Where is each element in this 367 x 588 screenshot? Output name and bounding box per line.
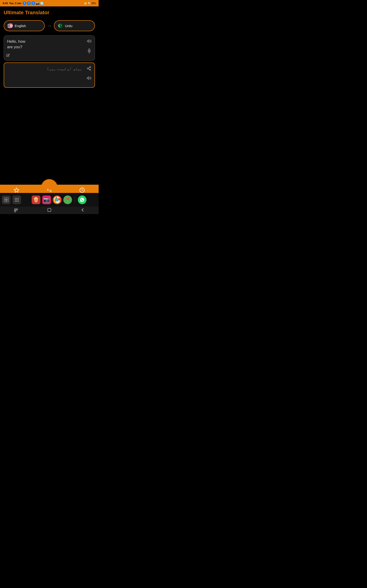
svg-marker-35 <box>87 77 89 79</box>
battery-text: 20% <box>91 2 96 5</box>
svg-point-14 <box>8 25 8 25</box>
status-bar: 9:42 Tue, 3 Jan f f f 📷 🔄 📶 📡 20% <box>0 0 99 6</box>
svg-point-9 <box>8 24 9 25</box>
output-share-button[interactable] <box>86 65 92 72</box>
edit-icon <box>6 53 10 58</box>
status-time: 9:42 <box>3 2 8 5</box>
translated-text-box: ہیلو آپ کیسے ہیں؟ <box>4 62 95 88</box>
facebook-icon-1: f <box>23 1 26 5</box>
language-swap-arrow: → <box>47 23 52 28</box>
facebook-icon-3: f <box>31 1 35 5</box>
app-container: 9:42 Tue, 3 Jan f f f 📷 🔄 📶 📡 20% Ultima… <box>0 0 99 214</box>
svg-rect-62 <box>16 209 18 210</box>
svg-line-34 <box>88 67 90 68</box>
dock-center-section: 🍿 📷 📍 <box>32 195 86 204</box>
svg-point-8 <box>8 24 8 25</box>
status-right: 📶 📡 20% <box>84 2 96 5</box>
android-nav-bar <box>0 207 99 214</box>
recent-apps-icon[interactable] <box>2 195 10 204</box>
output-speak-button[interactable] <box>86 75 92 81</box>
svg-point-54 <box>17 201 17 202</box>
svg-point-52 <box>18 199 19 200</box>
svg-text:あ: あ <box>49 189 52 192</box>
svg-line-33 <box>88 69 90 69</box>
extra-icon: 🔄 <box>40 2 44 5</box>
svg-point-7 <box>8 24 8 25</box>
svg-point-19 <box>8 25 9 26</box>
signal-icon: 📶 <box>84 2 87 5</box>
svg-point-30 <box>90 67 91 68</box>
svg-point-32 <box>90 69 91 70</box>
svg-point-49 <box>18 198 19 199</box>
source-text: Hello, howare you? <box>7 39 92 50</box>
status-date: Tue, 3 Jan <box>9 2 21 5</box>
popcorn-app-icon[interactable]: 🍿 <box>32 195 40 204</box>
target-language-button[interactable]: Urdu <box>54 20 95 31</box>
android-back-button[interactable] <box>80 208 85 213</box>
svg-point-18 <box>8 25 8 26</box>
svg-rect-64 <box>48 208 51 212</box>
svg-marker-26 <box>87 40 89 43</box>
translated-text: ہیلو آپ کیسے ہیں؟ <box>7 66 91 72</box>
source-text-box[interactable]: Hello, howare you? <box>4 35 95 61</box>
svg-rect-63 <box>15 211 16 212</box>
svg-rect-5 <box>7 27 13 27</box>
svg-rect-43 <box>4 198 6 199</box>
app-title: Ultimate Translator <box>4 10 95 16</box>
maps-app-icon[interactable]: 📍 <box>63 195 72 204</box>
whatsapp-app-icon[interactable] <box>78 195 86 204</box>
svg-point-10 <box>9 24 9 25</box>
svg-point-25 <box>61 25 62 25</box>
output-text-actions <box>86 65 92 81</box>
svg-point-53 <box>15 201 16 202</box>
svg-point-13 <box>9 25 9 25</box>
source-language-flag <box>7 23 13 28</box>
svg-point-59 <box>56 199 58 201</box>
status-left: 9:42 Tue, 3 Jan f f f 📷 🔄 <box>3 1 44 5</box>
source-language-button[interactable]: English <box>4 20 45 31</box>
svg-point-50 <box>15 199 16 200</box>
svg-rect-61 <box>15 209 16 210</box>
camera-app-icon[interactable]: 📷 <box>42 195 51 204</box>
svg-text:A: A <box>47 189 49 191</box>
dock-left-section <box>2 195 21 204</box>
svg-rect-46 <box>6 200 8 202</box>
source-speak-button[interactable] <box>86 38 92 44</box>
target-language-flag <box>58 23 63 28</box>
dock-divider <box>75 196 75 203</box>
source-text-actions <box>86 38 92 54</box>
grid-apps-icon[interactable] <box>12 195 21 204</box>
svg-rect-44 <box>6 198 8 199</box>
svg-point-48 <box>17 198 17 199</box>
source-mic-button[interactable] <box>86 48 92 54</box>
app-header: Ultimate Translator <box>0 6 99 18</box>
app-dock: 🍿 📷 📍 <box>0 193 99 207</box>
svg-point-11 <box>8 25 8 25</box>
svg-point-15 <box>8 25 8 25</box>
svg-point-51 <box>17 199 17 200</box>
svg-point-17 <box>9 25 9 25</box>
android-home-button[interactable] <box>47 208 52 213</box>
target-language-name: Urdu <box>65 24 73 28</box>
source-language-name: English <box>15 24 26 28</box>
wifi-icon: 📡 <box>88 2 90 5</box>
svg-point-55 <box>18 201 19 202</box>
svg-point-47 <box>15 198 16 199</box>
svg-rect-45 <box>4 200 6 202</box>
chrome-app-icon[interactable] <box>53 195 61 204</box>
social-icon: 📷 <box>36 2 40 5</box>
language-selector-row: English → Urdu <box>0 18 99 34</box>
svg-rect-27 <box>89 49 90 51</box>
svg-point-20 <box>9 25 9 26</box>
status-icons: f f f 📷 🔄 <box>23 1 44 5</box>
svg-point-31 <box>87 68 89 69</box>
svg-marker-39 <box>14 188 19 192</box>
svg-point-12 <box>8 25 9 25</box>
svg-point-16 <box>8 25 9 25</box>
android-recent-button[interactable] <box>14 208 18 213</box>
facebook-icon-2: f <box>27 1 31 5</box>
